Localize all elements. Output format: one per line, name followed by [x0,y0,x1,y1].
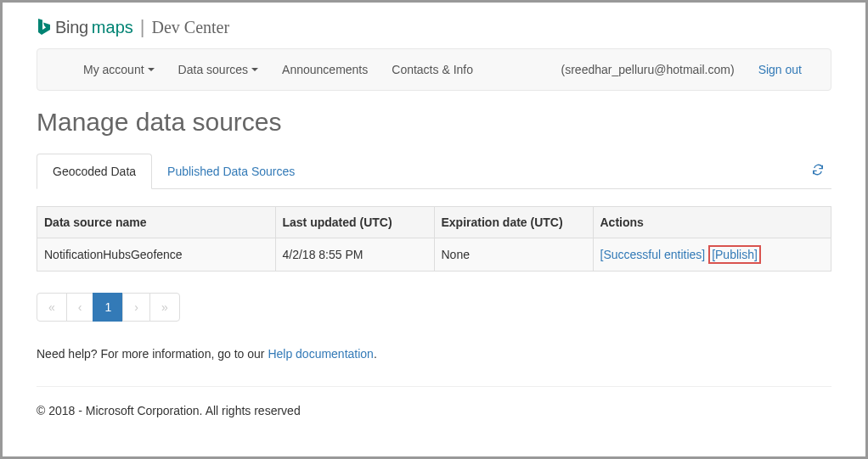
table-row: NotificationHubsGeofence 4/2/18 8:55 PM … [37,238,831,271]
chevron-down-icon [251,68,258,71]
sign-out-link[interactable]: Sign out [747,58,814,81]
page-header: Bing maps | Dev Center [37,16,831,38]
nav-announcements[interactable]: Announcements [270,58,380,81]
col-header-expiration: Expiration date (UTC) [434,207,593,238]
nav-contacts-label: Contacts & Info [392,63,473,76]
bing-b-icon [37,17,52,37]
navbar-right: (sreedhar_pelluru@hotmail.com) Sign out [550,58,831,81]
data-sources-table: Data source name Last updated (UTC) Expi… [37,206,831,271]
cell-expiration: None [434,238,593,271]
help-prefix: Need help? For more information, go to o… [37,347,268,361]
chevron-down-icon [148,68,155,71]
cell-name: NotificationHubsGeofence [37,238,276,271]
nav-data-sources[interactable]: Data sources [166,58,270,81]
col-header-updated: Last updated (UTC) [275,207,434,238]
page-prev-button[interactable]: ‹ [66,293,94,322]
refresh-icon [811,163,825,176]
header-divider: | [140,16,145,38]
nav-my-account[interactable]: My account [71,58,166,81]
dev-center-label: Dev Center [151,18,229,37]
tab-published-sources[interactable]: Published Data Sources [152,154,310,188]
pagination: « ‹ 1 › » [37,293,831,322]
nav-my-account-label: My account [83,63,144,76]
footer-copyright: © 2018 - Microsoft Corporation. All righ… [37,404,831,417]
nav-announcements-label: Announcements [282,63,368,76]
navbar-left: My account Data sources Announcements Co… [37,58,485,81]
page-first-button[interactable]: « [37,293,67,322]
refresh-button[interactable] [804,156,831,186]
nav-contacts[interactable]: Contacts & Info [380,58,485,81]
brand-bing-text: Bing [55,18,88,37]
page-title: Manage data sources [37,108,831,137]
publish-link[interactable]: [Publish] [712,248,758,261]
bing-maps-logo[interactable]: Bing maps [37,17,133,37]
footer-divider [37,386,831,387]
successful-entities-link[interactable]: [Successful entities] [600,248,706,261]
col-header-name: Data source name [37,207,276,238]
page-number-button[interactable]: 1 [93,293,123,322]
main-navbar: My account Data sources Announcements Co… [37,48,831,91]
tab-geocoded-data[interactable]: Geocoded Data [37,154,152,189]
help-documentation-link[interactable]: Help documentation [268,347,374,361]
cell-updated: 4/2/18 8:55 PM [275,238,434,271]
user-email-display: (sreedhar_pelluru@hotmail.com) [550,58,747,81]
col-header-actions: Actions [593,207,831,238]
page-last-button[interactable]: » [149,293,180,322]
page-next-button[interactable]: › [122,293,150,322]
help-section: Need help? For more information, go to o… [37,347,831,361]
cell-actions: [Successful entities] [Publish] [593,238,831,271]
nav-data-sources-label: Data sources [178,63,248,76]
brand-maps-text: maps [92,18,133,37]
help-suffix: . [374,347,377,361]
table-header-row: Data source name Last updated (UTC) Expi… [37,207,831,238]
data-source-tabs: Geocoded Data Published Data Sources [37,154,831,189]
